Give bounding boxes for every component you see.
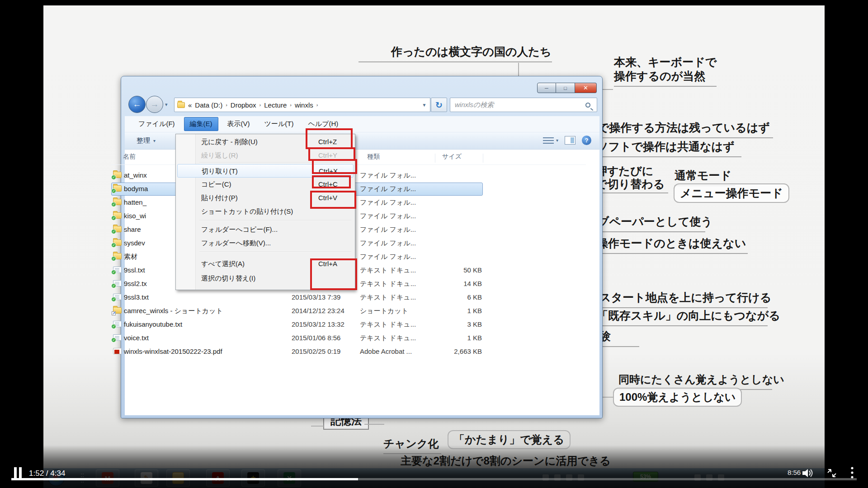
breadcrumb-item[interactable]: winxls — [295, 101, 313, 109]
dropbox-sync-icon: ✓ — [111, 202, 116, 207]
maximize-button[interactable]: □ — [556, 83, 575, 93]
annotation-menu-mode: メニュー操作モード — [674, 183, 789, 203]
change-view-button[interactable]: ▾ — [543, 136, 558, 145]
organize-button[interactable]: 整理 ▾ — [133, 135, 159, 147]
file-type: ファイル フォル... — [360, 198, 416, 207]
column-header-size[interactable]: サイズ — [442, 153, 462, 161]
annotation-common-ops: ソフトで操作は共通なはず — [597, 139, 741, 157]
file-type: ファイル フォル... — [360, 171, 416, 180]
breadcrumb-item[interactable]: Lecture — [264, 101, 287, 109]
player-gradient-overlay — [0, 445, 868, 488]
annotation-text: 操作するのが当然 — [614, 69, 717, 83]
file-type: テキスト ドキュ... — [360, 320, 416, 329]
connector-line — [601, 397, 614, 398]
search-icon[interactable] — [585, 103, 590, 108]
breadcrumb-item[interactable]: Dropbox — [231, 101, 256, 109]
caret-down-icon: ▾ — [153, 138, 156, 143]
breadcrumb-item[interactable]: Data (D:) — [195, 101, 222, 109]
text-file-icon: ✓ — [113, 333, 122, 341]
menu-item-copy-to-folder[interactable]: フォルダーへコピー(F)... — [177, 223, 354, 236]
search-input[interactable]: winxlsの検索 — [450, 98, 597, 112]
annotation-text: で切り替わる — [596, 178, 668, 191]
recent-pages-chevron-icon[interactable]: ▾ — [165, 102, 168, 108]
connector-line — [602, 89, 613, 90]
column-header-name[interactable]: 名前 — [123, 153, 136, 161]
folder-icon: ✓ — [113, 225, 122, 233]
close-button[interactable]: ✕ — [575, 83, 597, 93]
breadcrumb-separator-icon: › — [259, 102, 261, 108]
forward-button[interactable]: → — [146, 96, 163, 113]
shortcut-arrow-icon: ↗ — [112, 311, 116, 315]
recorded-clock: 8:56 — [788, 469, 801, 476]
file-date: 2014/12/12 23:24 — [292, 307, 344, 314]
file-size: 1 KB — [448, 307, 482, 314]
file-name: fukuisanyoutube.txt — [124, 320, 182, 328]
breadcrumb[interactable]: « Data (D:) › Dropbox › Lecture › winxls… — [174, 98, 430, 112]
highlight-box-ctrl-z — [306, 128, 353, 149]
folder-icon: ✓ — [113, 252, 122, 260]
annotation-text: 押すたびに — [596, 164, 668, 178]
caption-buttons: ─ □ ✕ — [537, 83, 597, 93]
annotation-method-remains: で操作する方法は残っているはず — [598, 120, 773, 138]
file-type: テキスト ドキュ... — [360, 280, 416, 288]
time-display: 1:52 / 4:34 — [29, 469, 65, 478]
refresh-button[interactable]: ↻ — [431, 98, 447, 112]
dropbox-sync-icon: ✓ — [111, 216, 116, 221]
file-type: テキスト ドキュ... — [360, 293, 416, 302]
text-file-icon: ✓ — [113, 279, 122, 287]
dropbox-sync-icon: ✓ — [111, 297, 116, 302]
menu-edit[interactable]: 編集(E) — [184, 117, 218, 131]
back-button[interactable]: ← — [128, 96, 146, 113]
file-row[interactable]: ↗ camrec_winxls - ショートカット 2014/12/12 23:… — [111, 305, 597, 318]
seek-bar[interactable] — [11, 478, 857, 480]
dropbox-sync-icon: ✓ — [111, 188, 116, 193]
text-file-icon: ✓ — [113, 266, 122, 273]
file-row[interactable]: ✓ 9ssl3.txt 2015/03/13 7:39 テキスト ドキュ... … — [111, 291, 597, 304]
file-name: sysdev — [124, 239, 145, 247]
file-row[interactable]: ✓ fukuisanyoutube.txt 2015/03/12 13:32 テ… — [111, 318, 597, 331]
column-header-type[interactable]: 種類 — [367, 153, 380, 161]
annotation-ken: 験 — [599, 329, 639, 347]
breadcrumb-separator-icon: › — [316, 102, 318, 108]
address-dropdown-button[interactable]: ▼ — [419, 98, 430, 112]
file-type: ファイル フォル... — [360, 225, 416, 234]
file-type: テキスト ドキュ... — [360, 334, 416, 343]
menu-tools[interactable]: ツール(T) — [259, 117, 299, 131]
annotation-keyboard: 本来、キーボードで 操作するのが当然 — [614, 55, 717, 87]
list-view-icon — [543, 136, 554, 145]
pdf-file-icon — [113, 347, 122, 355]
breadcrumb-separator-icon: › — [290, 102, 292, 108]
folder-icon: ✓ — [113, 239, 122, 246]
connector-line — [311, 426, 324, 427]
minimize-button[interactable]: ─ — [537, 83, 556, 93]
file-date: 2015/01/06 8:56 — [292, 334, 340, 342]
annotation-cheat-paper: ブペーパーとして使う — [598, 214, 705, 232]
file-type: ファイル フォル... — [360, 212, 416, 221]
preview-pane-icon[interactable] — [565, 136, 576, 145]
node-underline — [359, 61, 552, 62]
dropbox-sync-icon: ✓ — [111, 283, 116, 288]
menu-file[interactable]: ファイル(F) — [133, 117, 180, 131]
file-size: 14 KB — [448, 280, 482, 287]
folder-icon: ✓ — [113, 171, 122, 178]
annotation-cannot-use: 操作モードのときは使えない — [597, 236, 748, 254]
file-name: hatten_ — [124, 198, 146, 206]
file-row[interactable]: winxls-winxlsat-20150222-23.pdf 2015/02/… — [111, 345, 597, 358]
folder-icon: ✓ — [113, 184, 122, 192]
letterbox-right — [825, 0, 868, 488]
pause-button[interactable] — [14, 467, 24, 478]
breadcrumb-separator-icon: › — [226, 102, 227, 108]
file-type: ファイル フォル... — [360, 239, 416, 248]
file-type: テキスト ドキュ... — [360, 266, 416, 275]
dropbox-sync-icon: ✓ — [111, 270, 116, 275]
file-name: voice.txt — [124, 334, 149, 342]
video-frame: 作ったのは横文字の国の人たち 本来、キーボードで 操作するのが当然 で操作する方… — [0, 0, 868, 488]
menu-item-move-to-folder[interactable]: フォルダーへ移動(V)... — [177, 236, 354, 250]
file-row[interactable]: ✓ voice.txt 2015/01/06 8:56 テキスト ドキュ... … — [111, 332, 597, 345]
help-icon[interactable]: ? — [582, 136, 591, 145]
menu-view[interactable]: 表示(V) — [222, 117, 255, 131]
breadcrumb-prefix: « — [188, 101, 192, 109]
dropbox-sync-icon: ✓ — [111, 175, 116, 180]
annotation-each-press: 押すたびに で切り替わる — [596, 164, 668, 193]
file-type: ショートカット — [360, 307, 408, 315]
